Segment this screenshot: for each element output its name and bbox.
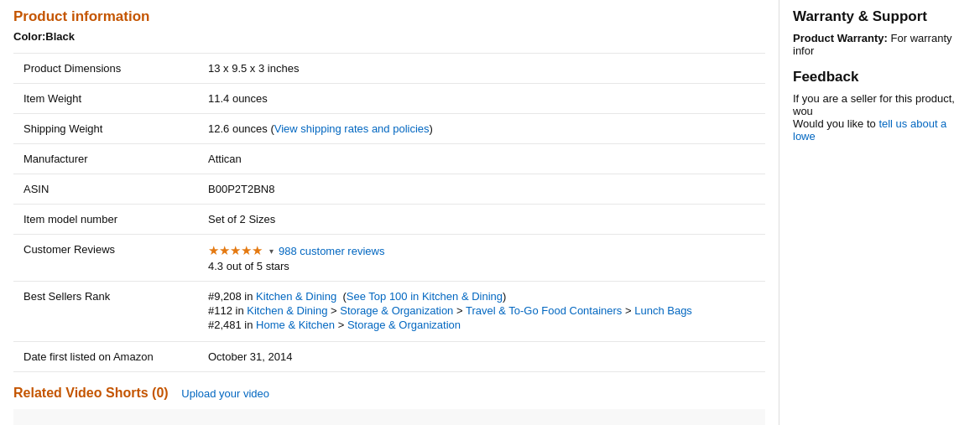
table-value: 13 x 9.5 x 3 inches xyxy=(198,54,765,84)
table-label: Item model number xyxy=(13,205,198,235)
lunch-bags-link[interactable]: Lunch Bags xyxy=(634,304,692,317)
upload-video-link[interactable]: Upload your video xyxy=(181,387,269,400)
rank-block: #9,208 in Kitchen & Dining (See Top 100 … xyxy=(208,290,755,331)
table-value: Set of 2 Sizes xyxy=(198,205,765,235)
table-row: Item Weight 11.4 ounces xyxy=(13,84,765,114)
table-row: Item model number Set of 2 Sizes xyxy=(13,205,765,235)
table-value: ★ ★ ★ ★ ★ ▾ 988 customer reviews 4.3 out… xyxy=(198,235,765,282)
home-kitchen-link[interactable]: Home & Kitchen xyxy=(256,319,335,331)
rating-text: 4.3 out of 5 stars xyxy=(208,260,755,272)
table-label: Product Dimensions xyxy=(13,54,198,84)
feedback-line1: If you are a seller for this product, wo… xyxy=(793,92,967,117)
kitchen-dining-link[interactable]: Kitchen & Dining xyxy=(256,290,336,303)
table-value: #9,208 in Kitchen & Dining (See Top 100 … xyxy=(198,282,765,342)
table-label: Customer Reviews xyxy=(13,235,198,282)
table-label: Best Sellers Rank xyxy=(13,282,198,342)
warranty-title: Warranty & Support xyxy=(793,8,967,25)
feedback-line2: Would you like to tell us about a lowe xyxy=(793,117,967,143)
table-value: 11.4 ounces xyxy=(198,84,765,114)
table-label: Item Weight xyxy=(13,84,198,114)
shipping-rates-link[interactable]: View shipping rates and policies xyxy=(274,122,430,135)
related-video-title: Related Video Shorts (0) xyxy=(13,386,169,400)
table-value: Attican xyxy=(198,144,765,174)
chevron-down-icon[interactable]: ▾ xyxy=(269,246,274,256)
section-title: Product information xyxy=(13,8,765,25)
video-placeholder xyxy=(13,409,765,425)
table-value: October 31, 2014 xyxy=(198,342,765,372)
star-4: ★ xyxy=(241,243,252,258)
table-row: Manufacturer Attican xyxy=(13,144,765,174)
star-half: ★ xyxy=(252,243,263,258)
star-1: ★ xyxy=(208,243,219,258)
table-row: ASIN B00P2T2BN8 xyxy=(13,174,765,205)
table-value: 12.6 ounces (View shipping rates and pol… xyxy=(198,114,765,144)
travel-link[interactable]: Travel & To-Go Food Containers xyxy=(466,304,622,317)
stars-row: ★ ★ ★ ★ ★ xyxy=(208,243,263,258)
color-prefix: Color: xyxy=(13,30,45,43)
table-label: Manufacturer xyxy=(13,144,198,174)
table-label: Shipping Weight xyxy=(13,114,198,144)
star-3: ★ xyxy=(230,243,241,258)
see-top100-link[interactable]: See Top 100 in Kitchen & Dining xyxy=(347,290,503,303)
table-label: ASIN xyxy=(13,174,198,205)
color-label: Color:Black xyxy=(13,30,765,43)
table-row: Product Dimensions 13 x 9.5 x 3 inches xyxy=(13,54,765,84)
storage-org-link2[interactable]: Storage & Organization xyxy=(347,319,461,331)
rank-3: #2,481 in Home & Kitchen > Storage & Org… xyxy=(208,319,755,331)
best-sellers-row: Best Sellers Rank #9,208 in Kitchen & Di… xyxy=(13,282,765,342)
sidebar: Warranty & Support Product Warranty: For… xyxy=(779,0,980,425)
table-row: Date first listed on Amazon October 31, … xyxy=(13,342,765,372)
related-video-section: Related Video Shorts (0) Upload your vid… xyxy=(13,386,765,401)
main-content: Product information Color:Black Product … xyxy=(0,0,779,425)
star-summary: ★ ★ ★ ★ ★ ▾ 988 customer reviews xyxy=(208,243,755,258)
color-value: Black xyxy=(45,30,75,43)
rank-1: #9,208 in Kitchen & Dining (See Top 100 … xyxy=(208,290,755,303)
rank-2: #112 in Kitchen & Dining > Storage & Org… xyxy=(208,304,755,317)
kitchen-dining-link2[interactable]: Kitchen & Dining xyxy=(247,304,327,317)
warranty-text: Product Warranty: For warranty infor xyxy=(793,32,967,57)
table-label: Date first listed on Amazon xyxy=(13,342,198,372)
star-2: ★ xyxy=(219,243,230,258)
feedback-text: If you are a seller for this product, wo… xyxy=(793,92,967,143)
table-value: B00P2T2BN8 xyxy=(198,174,765,205)
reviews-link[interactable]: 988 customer reviews xyxy=(279,245,384,257)
storage-org-link[interactable]: Storage & Organization xyxy=(340,304,453,317)
customer-reviews-row: Customer Reviews ★ ★ ★ ★ ★ ▾ 988 custo xyxy=(13,235,765,282)
table-row: Shipping Weight 12.6 ounces (View shippi… xyxy=(13,114,765,144)
product-info-table: Product Dimensions 13 x 9.5 x 3 inches I… xyxy=(13,53,765,372)
warranty-label: Product Warranty: xyxy=(793,32,888,44)
feedback-title: Feedback xyxy=(793,69,967,86)
